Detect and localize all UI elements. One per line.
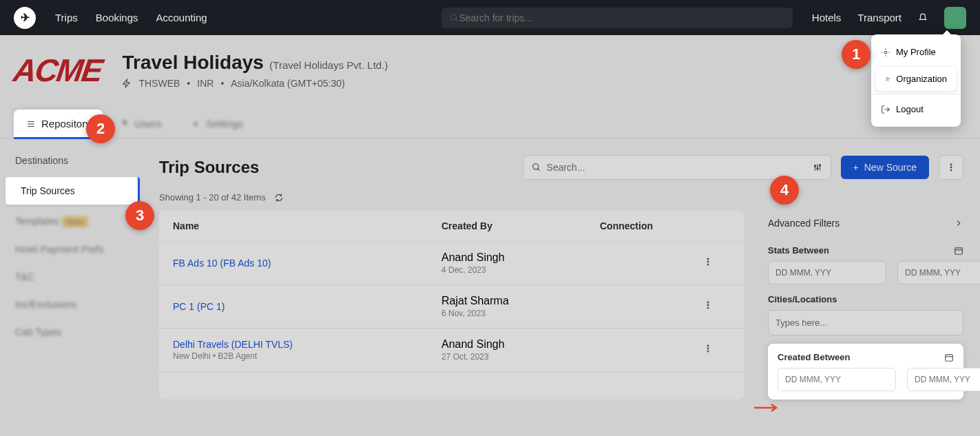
svg-point-9: [194, 123, 197, 125]
calendar-icon[interactable]: [954, 246, 963, 256]
cities-label: Cities/Locations: [768, 294, 837, 304]
bell-icon[interactable]: [918, 13, 928, 23]
annotation-arrow: [754, 402, 782, 413]
svg-point-27: [707, 345, 709, 346]
page-title: Trip Sources: [159, 158, 259, 177]
gear-icon: [881, 48, 890, 57]
nav-hotels[interactable]: Hotels: [812, 12, 842, 23]
svg-point-17: [819, 165, 820, 166]
nav-bookings[interactable]: Bookings: [96, 12, 138, 23]
org-logo: ACME: [11, 52, 104, 89]
svg-line-1: [455, 19, 457, 21]
more-button[interactable]: [939, 155, 963, 180]
refresh-icon[interactable]: [274, 193, 284, 203]
svg-point-22: [707, 261, 709, 262]
showing-text: Showing 1 - 20 of 42 Items: [159, 192, 266, 203]
svg-point-15: [814, 165, 815, 167]
col-header-connection: Connection: [600, 220, 703, 231]
bolt-icon: [122, 79, 132, 88]
people-icon: [885, 74, 890, 84]
svg-point-3: [886, 77, 888, 79]
nav-transport[interactable]: Transport: [857, 12, 901, 23]
svg-point-29: [707, 351, 709, 352]
created-to-input[interactable]: [907, 368, 980, 391]
svg-line-11: [537, 169, 539, 171]
svg-point-4: [888, 78, 889, 79]
created-between-card: Created Between: [768, 344, 963, 399]
dd-logout[interactable]: Logout: [871, 97, 961, 121]
nav-accounting[interactable]: Accounting: [156, 12, 207, 23]
svg-point-0: [451, 14, 457, 19]
user-dropdown: My Profile Organization Logout: [871, 34, 961, 127]
svg-point-23: [707, 264, 709, 265]
svg-rect-32: [946, 354, 953, 360]
sidebar-tac[interactable]: T&C: [0, 263, 143, 291]
sidebar: Destinations Trip Sources Templates New …: [0, 138, 143, 416]
list-icon: [26, 119, 36, 129]
dots-vertical-icon: [946, 163, 956, 172]
svg-point-19: [950, 167, 952, 168]
gear-icon: [191, 119, 200, 129]
org-timezone: Asia/Kolkata (GMT+05:30): [231, 78, 344, 89]
tab-users[interactable]: Users: [107, 110, 174, 138]
app-logo[interactable]: ✈: [14, 7, 36, 29]
table-row[interactable]: FB Ads 10 (FB Ads 10) Anand Singh4 Dec, …: [159, 242, 744, 285]
annotation-marker-3: 3: [125, 201, 154, 230]
annotation-marker-1: 1: [842, 40, 870, 69]
user-avatar[interactable]: [944, 7, 966, 29]
global-search-input[interactable]: [459, 12, 784, 23]
stats-to-input[interactable]: [897, 261, 980, 284]
annotation-marker-2: 2: [86, 114, 115, 143]
svg-point-20: [950, 169, 952, 171]
dots-vertical-icon[interactable]: [703, 344, 713, 353]
svg-point-2: [884, 51, 887, 54]
dd-organization[interactable]: Organization: [875, 67, 957, 91]
stats-between-label: Stats Between: [768, 245, 829, 256]
stats-from-input[interactable]: [768, 261, 886, 284]
advanced-filters-toggle[interactable]: Advanced Filters: [768, 211, 963, 236]
org-header: ACME Travel Holidays (Travel Holidays Pv…: [0, 35, 980, 110]
org-tabs: Repository Users Settings: [0, 110, 980, 138]
svg-point-25: [707, 304, 709, 306]
topbar: ✈ Trips Bookings Accounting Hotels Trans…: [0, 0, 980, 35]
table-row[interactable]: Delhi Travels (DELHI TVLS)New Delhi • B2…: [159, 329, 744, 372]
created-from-input[interactable]: [778, 368, 896, 391]
table-row[interactable]: PC 1 (PC 1) Rajat Sharma6 Nov, 2023: [159, 285, 744, 329]
svg-point-8: [123, 121, 126, 124]
local-search-input[interactable]: [547, 162, 807, 173]
sidebar-inclusions[interactable]: Inc/Exclusions: [0, 291, 143, 318]
nav-trips[interactable]: Trips: [55, 12, 78, 23]
plus-icon: +: [853, 162, 859, 173]
search-icon: [450, 13, 459, 23]
sidebar-cab-types[interactable]: Cab Types: [0, 318, 143, 346]
org-legal: (Travel Holidays Pvt. Ltd.): [269, 59, 388, 71]
dots-vertical-icon[interactable]: [703, 257, 713, 267]
dots-vertical-icon[interactable]: [703, 300, 713, 310]
search-icon: [532, 163, 541, 172]
cities-input[interactable]: [768, 310, 963, 335]
chevron-right-icon: [954, 218, 963, 228]
sidebar-templates[interactable]: Templates New: [0, 207, 143, 236]
org-name: Travel Holidays: [122, 52, 263, 73]
global-search[interactable]: [441, 8, 793, 28]
sliders-icon[interactable]: [813, 163, 822, 172]
svg-point-16: [816, 168, 817, 169]
new-source-button[interactable]: + New Source: [841, 156, 929, 179]
annotation-marker-4: 4: [770, 176, 799, 205]
sidebar-trip-sources[interactable]: Trip Sources: [6, 177, 140, 205]
calendar-icon[interactable]: [944, 353, 954, 362]
created-between-label: Created Between: [778, 352, 850, 362]
user-icon: [120, 119, 129, 129]
tab-settings[interactable]: Settings: [178, 110, 256, 138]
filters-panel: Advanced Filters Stats Between Cities/Lo…: [768, 211, 963, 399]
svg-point-10: [532, 164, 538, 169]
dd-my-profile[interactable]: My Profile: [871, 40, 961, 64]
sources-table: Name Created By Connection FB Ads 10 (FB…: [159, 211, 744, 399]
col-header-name: Name: [173, 220, 441, 231]
org-currency: INR: [197, 78, 213, 89]
sidebar-destinations[interactable]: Destinations: [0, 147, 143, 174]
svg-point-28: [707, 348, 709, 349]
sidebar-hotel-prefs[interactable]: Hotel Payment Prefs: [0, 236, 143, 263]
svg-point-18: [950, 164, 952, 165]
col-header-created-by: Created By: [441, 220, 600, 231]
